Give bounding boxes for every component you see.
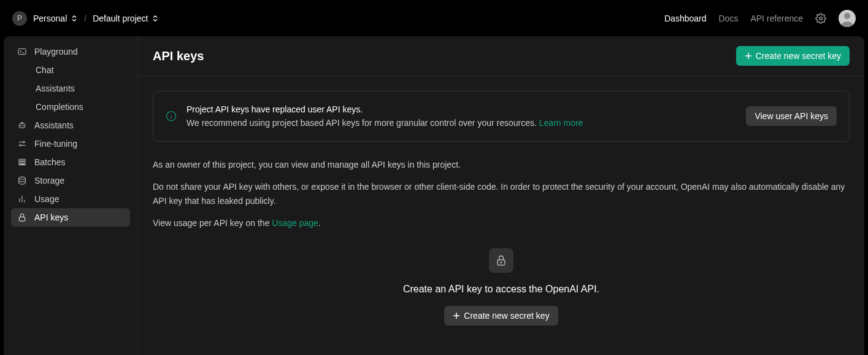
svg-point-15: [501, 262, 502, 263]
sidebar-item-batches[interactable]: Batches: [11, 153, 130, 171]
sidebar-item-completions[interactable]: Completions: [11, 98, 130, 116]
svg-rect-2: [18, 49, 26, 54]
sidebar-label: Completions: [36, 102, 83, 112]
empty-icon-box: [489, 248, 513, 273]
description-paragraph: As an owner of this project, you can vie…: [153, 158, 850, 171]
user-avatar[interactable]: [839, 10, 856, 27]
sidebar-item-storage[interactable]: Storage: [11, 171, 130, 190]
svg-point-0: [820, 17, 823, 20]
usage-suffix: .: [318, 218, 321, 228]
svg-rect-9: [19, 162, 26, 163]
robot-icon: [17, 120, 27, 130]
lock-icon: [495, 254, 507, 267]
view-user-keys-button[interactable]: View user API keys: [746, 106, 837, 126]
sidebar-item-fine-tuning[interactable]: Fine-tuning: [11, 135, 130, 153]
svg-point-11: [19, 177, 26, 179]
sidebar-label: Usage: [34, 194, 59, 204]
usage-paragraph: View usage per API key on the Usage page…: [153, 216, 850, 230]
sidebar-item-assistants[interactable]: Assistants: [11, 116, 130, 135]
info-banner: Project API keys have replaced user API …: [153, 91, 850, 142]
create-secret-key-button[interactable]: Create new secret key: [736, 46, 850, 66]
sidebar-label: Chat: [36, 65, 54, 75]
lock-icon: [17, 213, 27, 222]
chevron-up-down-icon: [152, 15, 159, 22]
breadcrumb-separator: /: [84, 14, 86, 23]
sidebar-item-api-keys[interactable]: API keys: [11, 208, 130, 227]
svg-rect-14: [497, 260, 505, 265]
empty-state: Create an API key to access the OpenAI A…: [153, 248, 850, 326]
org-selector[interactable]: Personal: [33, 14, 78, 23]
info-text: Project API keys have replaced user API …: [186, 103, 736, 130]
sidebar-item-playground[interactable]: Playground: [11, 42, 130, 61]
button-label: View user API keys: [755, 111, 828, 121]
top-header: P Personal / Default project Dashboard D…: [0, 0, 868, 36]
svg-point-4: [20, 125, 21, 126]
nav-api-reference[interactable]: API reference: [750, 14, 803, 23]
chevron-up-down-icon: [71, 15, 78, 22]
sidebar-item-chat[interactable]: Chat: [11, 61, 130, 79]
learn-more-link[interactable]: Learn more: [539, 118, 583, 128]
layers-icon: [17, 157, 27, 167]
chart-icon: [17, 194, 27, 204]
sidebar-label: API keys: [34, 213, 68, 222]
sidebar: Playground Chat Assistants Completions A…: [4, 36, 138, 355]
info-title: Project API keys have replaced user API …: [186, 104, 363, 114]
main-layout: Playground Chat Assistants Completions A…: [0, 36, 868, 355]
svg-point-1: [844, 13, 850, 19]
create-secret-key-button-empty[interactable]: Create new secret key: [444, 306, 558, 326]
plus-icon: [745, 52, 752, 60]
button-label: Create new secret key: [756, 51, 841, 61]
svg-rect-10: [19, 164, 26, 165]
header-right: Dashboard Docs API reference: [664, 10, 856, 27]
svg-rect-3: [19, 123, 25, 128]
breadcrumb: P Personal / Default project: [12, 11, 159, 26]
sidebar-item-usage[interactable]: Usage: [11, 190, 130, 208]
org-avatar: P: [12, 11, 27, 26]
database-icon: [17, 176, 27, 185]
sidebar-item-assistants-sub[interactable]: Assistants: [11, 79, 130, 98]
org-avatar-letter: P: [17, 14, 22, 23]
svg-rect-8: [19, 159, 26, 161]
sidebar-label: Assistants: [34, 120, 74, 130]
usage-prefix: View usage per API key on the: [153, 218, 272, 228]
info-body: We recommend using project based API key…: [186, 118, 539, 128]
page-title: API keys: [153, 49, 204, 63]
empty-state-text: Create an API key to access the OpenAI A…: [403, 284, 599, 295]
nav-dashboard[interactable]: Dashboard: [664, 14, 707, 23]
sidebar-label: Fine-tuning: [34, 139, 77, 149]
info-icon: [166, 111, 177, 122]
project-name: Default project: [93, 14, 148, 23]
sidebar-label: Assistants: [36, 84, 75, 93]
content-area: API keys Create new secret key Project A…: [138, 36, 864, 355]
warning-paragraph: Do not share your API key with others, o…: [153, 180, 850, 208]
svg-point-5: [23, 125, 23, 126]
org-name: Personal: [33, 14, 67, 23]
button-label: Create new secret key: [464, 311, 549, 321]
user-silhouette-icon: [839, 10, 856, 27]
gear-icon[interactable]: [815, 13, 826, 24]
usage-page-link[interactable]: Usage page: [272, 218, 318, 228]
svg-rect-12: [19, 217, 25, 221]
nav-docs[interactable]: Docs: [718, 14, 738, 23]
content-header: API keys Create new secret key: [138, 36, 864, 76]
svg-point-7: [20, 144, 21, 146]
sidebar-label: Playground: [34, 47, 78, 57]
sliders-icon: [17, 139, 27, 149]
sidebar-label: Storage: [34, 176, 64, 185]
sidebar-label: Batches: [34, 157, 66, 167]
plus-icon: [453, 312, 460, 319]
project-selector[interactable]: Default project: [93, 14, 159, 23]
svg-point-6: [23, 141, 25, 143]
terminal-icon: [17, 47, 27, 57]
content-body: Project API keys have replaced user API …: [138, 76, 864, 340]
